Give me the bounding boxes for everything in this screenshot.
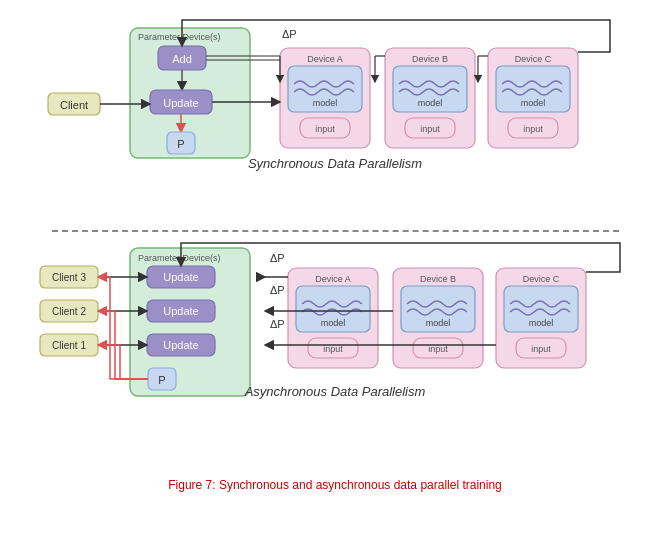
model-c-bot-label: model bbox=[529, 318, 554, 328]
p-label-top: P bbox=[177, 138, 184, 150]
client1-label: Client 1 bbox=[52, 340, 86, 351]
bottom-diagram-svg: Parameter Device(s) Update Update Update… bbox=[20, 238, 650, 468]
param-label-top: Parameter Device(s) bbox=[138, 32, 221, 42]
update-label-top: Update bbox=[163, 97, 198, 109]
input-a-label: input bbox=[315, 124, 335, 134]
bot-title: Asynchronous Data Parallelism bbox=[244, 384, 426, 399]
top-diagram-svg: Parameter Device(s) Add Update P Client … bbox=[20, 10, 650, 220]
model-a-bot-label: model bbox=[321, 318, 346, 328]
delta-p-bot-1: ΔP bbox=[270, 318, 285, 330]
param-label-bot: Parameter Device(s) bbox=[138, 253, 221, 263]
bottom-diagram-section: Parameter Device(s) Update Update Update… bbox=[20, 238, 650, 468]
input-c-label: input bbox=[523, 124, 543, 134]
top-title: Synchronous Data Parallelism bbox=[248, 156, 422, 171]
update-bot-3: Update bbox=[163, 271, 198, 283]
model-a-label: model bbox=[313, 98, 338, 108]
update-bot-2: Update bbox=[163, 305, 198, 317]
client2-label: Client 2 bbox=[52, 306, 86, 317]
client3-label: Client 3 bbox=[52, 272, 86, 283]
device-a-label: Device A bbox=[307, 54, 343, 64]
top-diagram-section: Parameter Device(s) Add Update P Client … bbox=[20, 10, 650, 220]
device-a-bot-label: Device A bbox=[315, 274, 351, 284]
device-b-label: Device B bbox=[412, 54, 448, 64]
delta-p-bot-2: ΔP bbox=[270, 284, 285, 296]
model-b-label: model bbox=[418, 98, 443, 108]
model-c-label: model bbox=[521, 98, 546, 108]
p-label-bot: P bbox=[158, 374, 165, 386]
device-b-bot-label: Device B bbox=[420, 274, 456, 284]
client-label: Client bbox=[60, 99, 88, 111]
device-c-label: Device C bbox=[515, 54, 552, 64]
input-c-bot-label: input bbox=[531, 344, 551, 354]
diagram-container: Parameter Device(s) Add Update P Client … bbox=[20, 10, 650, 492]
model-b-bot-label: model bbox=[426, 318, 451, 328]
section-divider bbox=[52, 230, 619, 232]
delta-p-bot-3: ΔP bbox=[270, 252, 285, 264]
input-b-label: input bbox=[420, 124, 440, 134]
update-bot-1: Update bbox=[163, 339, 198, 351]
add-label: Add bbox=[172, 53, 192, 65]
figure-caption: Figure 7: Synchronous and asynchronous d… bbox=[168, 478, 502, 492]
delta-p-top: ΔP bbox=[282, 28, 297, 40]
device-c-bot-label: Device C bbox=[523, 274, 560, 284]
